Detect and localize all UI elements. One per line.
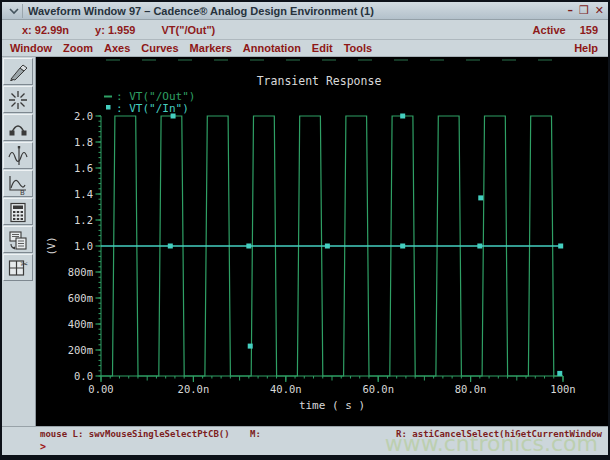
menu-item-tools[interactable]: Tools (344, 42, 373, 54)
y-tick-label: 1.4 (74, 188, 93, 200)
waveform-slice-button[interactable] (3, 142, 33, 169)
y-tick-label: 1.2 (74, 214, 93, 226)
y-tick-label: 200m (68, 344, 93, 356)
waveform-b-icon: B (6, 172, 30, 196)
duplicate-window-button[interactable] (3, 226, 33, 253)
arc-curve-button[interactable] (3, 114, 33, 141)
split-window-button[interactable]: ✂ (3, 254, 33, 281)
y-tick-label: 0.0 (74, 370, 93, 382)
chart-title: Transient Response (257, 74, 382, 88)
mouse-bindings-bar: mouse L: swvMouseSingleSelectPtCB() M: R… (2, 426, 608, 441)
command-prompt[interactable]: > (2, 441, 608, 455)
trace-in-point[interactable] (325, 244, 330, 249)
menu-item-help[interactable]: Help (574, 42, 598, 54)
trace-in-point[interactable] (558, 244, 563, 249)
maximize-button[interactable]: ❒ (579, 5, 589, 17)
marker-pen-icon (6, 60, 30, 84)
duplicate-window-icon (6, 228, 30, 252)
waveform-b-button[interactable]: B (3, 170, 33, 197)
menu-item-edit[interactable]: Edit (312, 42, 333, 54)
svg-text:B: B (20, 189, 25, 196)
trace-in-point[interactable] (171, 114, 176, 119)
trace-in-point[interactable] (477, 244, 482, 249)
trace-in-point[interactable] (400, 114, 405, 119)
trace-in-point[interactable] (246, 244, 251, 249)
x-tick-label: 20.0n (178, 383, 210, 395)
trace-in-point[interactable] (557, 371, 562, 376)
svg-text:✂: ✂ (21, 258, 29, 268)
menu-item-window[interactable]: Window (10, 42, 52, 54)
mouse-right-binding: R: astiCancelSelect(hiGetCurrentWindow (396, 429, 602, 439)
split-window-icon: ✂ (6, 256, 30, 280)
waveform-slice-icon (6, 144, 30, 168)
arc-curve-icon (6, 116, 30, 140)
crosshair-star-button[interactable] (3, 86, 33, 113)
x-tick-label: 60.0n (362, 383, 394, 395)
x-tick-label: 0.00 (88, 383, 113, 395)
menu-item-annotation[interactable]: Annotation (243, 42, 301, 54)
x-axis-title: time ( s ) (299, 399, 365, 412)
trace-in-point[interactable] (168, 244, 173, 249)
y-tick-label: 2.0 (74, 110, 93, 122)
y-tick-label: 600m (68, 292, 93, 304)
plot-canvas[interactable]: Transient Response: VT("/Out"): VT("/In"… (36, 57, 608, 426)
window-menu-icon[interactable] (6, 4, 23, 18)
selected-trace-readout: VT("/Out") (161, 24, 215, 36)
chevron-down-icon (9, 7, 19, 15)
x-tick-label: 80.0n (455, 383, 487, 395)
mouse-left-binding: mouse L: swvMouseSingleSelectPtCB() (40, 429, 230, 439)
cursor-y-readout: y: 1.959 (95, 24, 135, 36)
y-tick-label: 1.0 (74, 240, 93, 252)
legend-swatch-square (106, 105, 111, 110)
legend-label[interactable]: : VT("/In") (116, 102, 189, 115)
waveform-window: Waveform Window 97 – Cadence® Analog Des… (0, 0, 610, 460)
y-tick-label: 800m (68, 266, 93, 278)
marker-pen-button[interactable] (3, 58, 33, 85)
y-tick-label: 1.6 (74, 162, 93, 174)
transient-response-chart[interactable]: Transient Response: VT("/Out"): VT("/In"… (36, 57, 608, 426)
title-bar: Waveform Window 97 – Cadence® Analog Des… (2, 2, 608, 20)
menu-item-axes[interactable]: Axes (104, 42, 130, 54)
y-tick-label: 400m (68, 318, 93, 330)
trace-in-point[interactable] (400, 244, 405, 249)
prompt-caret: > (40, 441, 46, 452)
x-tick-label: 100n (550, 383, 575, 395)
cursor-status-bar: x: 92.99n y: 1.959 VT("/Out") Active159 (2, 20, 608, 40)
y-tick-label: 1.8 (74, 136, 93, 148)
window-title: Waveform Window 97 – Cadence® Analog Des… (28, 5, 561, 17)
active-counter: Active159 (519, 24, 598, 36)
close-button[interactable]: ✕ (595, 5, 604, 17)
y-axis-title: (V) (45, 237, 57, 256)
menu-item-zoom[interactable]: Zoom (63, 42, 93, 54)
menu-bar: WindowZoomAxesCurvesMarkersAnnotationEdi… (2, 40, 608, 57)
tool-palette: B✂ (2, 57, 36, 426)
mouse-middle-binding: M: (250, 429, 261, 439)
trace-in-point[interactable] (478, 195, 483, 200)
calculator-button[interactable] (3, 198, 33, 225)
crosshair-star-icon (6, 88, 30, 112)
calculator-icon (6, 200, 30, 224)
trace-in-point[interactable] (248, 344, 253, 349)
cursor-x-readout: x: 92.99n (22, 24, 69, 36)
menu-item-markers[interactable]: Markers (190, 42, 232, 54)
menu-item-curves[interactable]: Curves (141, 42, 178, 54)
x-tick-label: 40.0n (270, 383, 302, 395)
minimize-button[interactable]: – (567, 5, 573, 17)
